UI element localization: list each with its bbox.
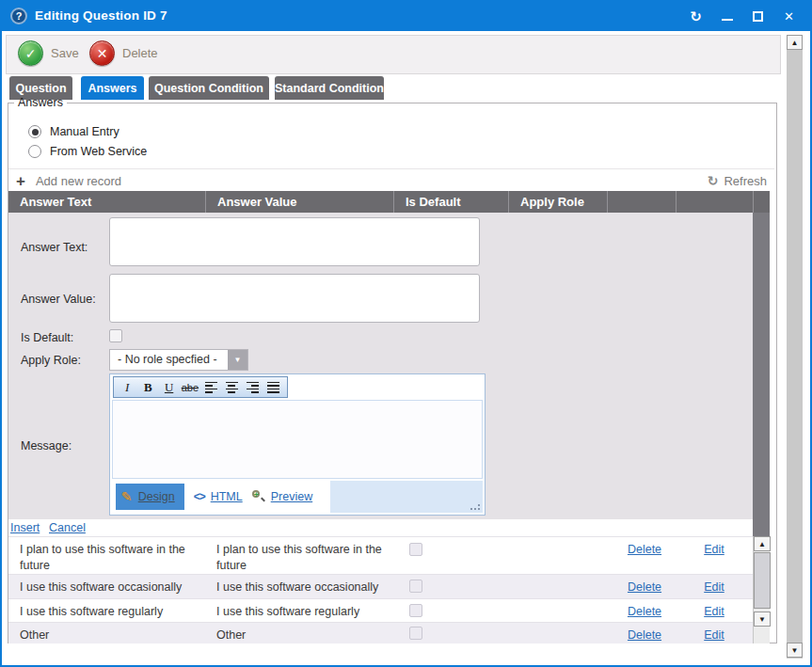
scroll-up-button[interactable]: ▲ xyxy=(754,536,771,551)
add-new-record-label: Add new record xyxy=(36,174,121,188)
preview-mode-tab[interactable]: + Preview xyxy=(252,490,312,503)
arrow-up-icon: ▲ xyxy=(791,39,799,47)
scrollbar-thumb[interactable] xyxy=(754,552,771,609)
grid-header: Answer Text Answer Value Is Default Appl… xyxy=(8,191,770,213)
apply-role-label: Apply Role: xyxy=(21,354,81,367)
delete-button[interactable]: ✕ Delete xyxy=(89,40,158,66)
delete-x-icon: ✕ xyxy=(89,40,115,66)
radio-manual-entry[interactable]: Manual Entry xyxy=(28,125,119,138)
underline-button[interactable]: U xyxy=(160,378,177,396)
column-header-answer-value[interactable]: Answer Value xyxy=(205,191,393,213)
align-center-button[interactable] xyxy=(223,378,240,396)
table-row: I plan to use this software in the futur… xyxy=(8,536,753,574)
grid-refresh-button[interactable]: ↻ Refresh xyxy=(708,169,767,192)
cell-is-default-checkbox xyxy=(409,604,422,617)
arrow-down-icon: ▼ xyxy=(791,646,799,655)
help-icon: ? xyxy=(10,8,27,24)
cell-answer-text: I plan to use this software in the futur… xyxy=(20,542,200,574)
edit-link[interactable]: Edit xyxy=(704,543,724,556)
delete-link[interactable]: Delete xyxy=(628,543,661,556)
delete-link[interactable]: Delete xyxy=(628,605,661,618)
save-button[interactable]: ✓ Save xyxy=(18,40,79,66)
scroll-down-button[interactable]: ▼ xyxy=(787,643,803,658)
delete-link[interactable]: Delete xyxy=(628,628,661,642)
edit-link[interactable]: Edit xyxy=(704,605,724,618)
column-header-answer-text[interactable]: Answer Text xyxy=(8,191,205,213)
cell-is-default-checkbox xyxy=(409,543,422,556)
window-scrollbar[interactable]: ▲ ▼ xyxy=(787,35,803,659)
design-mode-tab[interactable]: ✎ Design xyxy=(116,484,184,510)
insert-link[interactable]: Insert xyxy=(10,521,40,534)
delete-link[interactable]: Delete xyxy=(628,580,661,594)
answer-text-label: Answer Text: xyxy=(21,241,88,254)
editor-content-area[interactable] xyxy=(112,400,483,479)
justify-icon xyxy=(267,382,279,393)
maximize-button[interactable] xyxy=(742,2,773,31)
maximize-icon xyxy=(753,11,763,22)
align-right-icon xyxy=(247,382,259,393)
minimize-icon xyxy=(722,19,733,21)
html-mode-tab[interactable]: <> HTML xyxy=(194,490,243,503)
pencil-icon: ✎ xyxy=(121,489,133,504)
magnifier-icon: + xyxy=(252,490,265,503)
column-header-apply-role[interactable]: Apply Role xyxy=(508,191,607,213)
arrow-up-icon: ▲ xyxy=(758,540,766,548)
justify-button[interactable] xyxy=(265,378,282,396)
cell-answer-value: Other xyxy=(216,627,397,643)
add-new-record-button[interactable]: + Add new record xyxy=(16,169,121,192)
radio-selected-icon xyxy=(28,125,41,138)
design-mode-label: Design xyxy=(138,490,175,503)
window-refresh-button[interactable]: ↻ xyxy=(680,2,711,31)
answer-value-input[interactable] xyxy=(109,274,480,323)
cancel-link[interactable]: Cancel xyxy=(49,521,86,534)
cell-answer-text: Other xyxy=(20,627,200,643)
radio-from-web-service[interactable]: From Web Service xyxy=(28,145,147,158)
apply-role-value: - No role specfied - xyxy=(118,353,217,366)
delete-label: Delete xyxy=(122,46,158,60)
chevron-down-icon[interactable]: ▼ xyxy=(228,350,247,370)
table-row: I use this software regularly I use this… xyxy=(8,598,753,622)
column-header-is-default[interactable]: Is Default xyxy=(393,191,508,213)
form-action-strip: Insert Cancel xyxy=(8,519,753,536)
is-default-label: Is Default: xyxy=(21,331,73,344)
tab-question-condition-label: Question Condition xyxy=(154,82,263,95)
cell-answer-value: I use this software occasionally xyxy=(216,580,397,596)
bold-button[interactable]: B xyxy=(139,378,156,396)
align-right-button[interactable] xyxy=(245,378,262,396)
edit-link[interactable]: Edit xyxy=(704,580,724,594)
tab-question-label: Question xyxy=(15,82,66,95)
scroll-down-button[interactable]: ▼ xyxy=(754,611,771,627)
answer-text-input[interactable] xyxy=(109,217,480,266)
column-header-blank-2 xyxy=(676,191,753,213)
html-mode-label: HTML xyxy=(211,490,243,503)
cell-answer-value: I plan to use this software in the futur… xyxy=(216,542,397,574)
radio-unselected-icon xyxy=(28,145,41,158)
editor-resize-grip[interactable] xyxy=(470,500,480,510)
minimize-button[interactable] xyxy=(711,2,742,31)
italic-button[interactable]: I xyxy=(119,378,135,396)
strikethrough-button[interactable]: abe xyxy=(182,378,199,396)
close-button[interactable]: ✕ xyxy=(773,2,804,31)
align-left-button[interactable] xyxy=(202,378,219,396)
cell-is-default-checkbox xyxy=(409,580,422,593)
edit-link[interactable]: Edit xyxy=(704,628,724,642)
grid-command-row: + Add new record ↻ Refresh xyxy=(8,168,774,191)
is-default-checkbox[interactable] xyxy=(109,329,122,342)
preview-mode-label: Preview xyxy=(271,490,312,503)
cell-answer-text: I use this software occasionally xyxy=(20,580,200,596)
table-row: I use this software occasionally I use t… xyxy=(8,574,753,598)
grid-scrollbar[interactable]: ▲ ▼ xyxy=(753,536,770,643)
grid-scroll-gutter xyxy=(753,213,770,536)
cell-answer-value: I use this software regularly xyxy=(216,604,397,620)
refresh-icon: ↻ xyxy=(708,173,719,188)
apply-role-dropdown[interactable]: - No role specfied - ▼ xyxy=(109,349,248,371)
editor-mode-bar: ✎ Design <> HTML + Preview xyxy=(112,481,483,513)
column-header-scroll-filler xyxy=(753,191,770,213)
window-title: Editing Question ID 7 xyxy=(35,8,167,23)
plus-icon: + xyxy=(16,173,25,189)
align-center-icon xyxy=(226,382,238,393)
editor-modes: ✎ Design <> HTML + Preview xyxy=(112,481,330,513)
dialog-window: ? Editing Question ID 7 ↻ ✕ ✓ Save ✕ Del… xyxy=(0,0,812,667)
arrow-down-icon: ▼ xyxy=(758,615,766,624)
scroll-up-button[interactable]: ▲ xyxy=(787,35,803,50)
